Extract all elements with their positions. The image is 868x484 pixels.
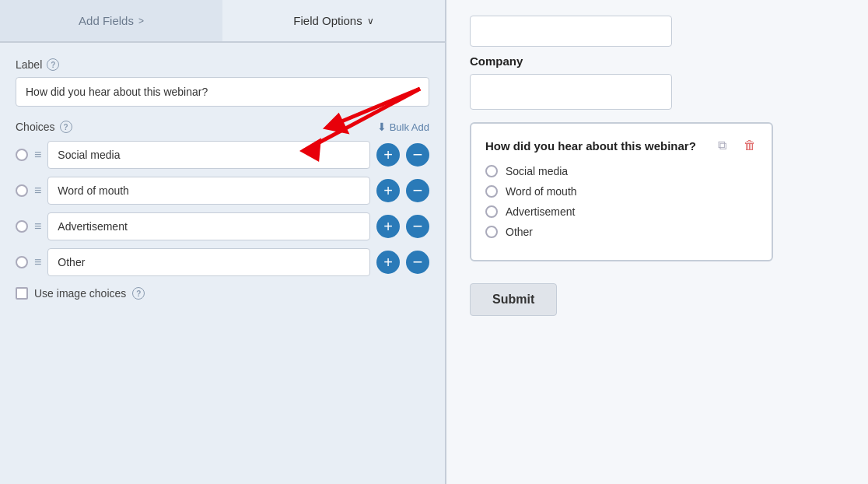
preview-option-4: Other [485,226,758,238]
choice-radio-2[interactable] [16,184,28,197]
choice-input-4[interactable] [47,248,370,276]
submit-button[interactable]: Submit [470,283,557,316]
choice-remove-btn-2[interactable]: − [406,179,429,202]
preview-label-2: Word of mouth [506,185,577,198]
bulk-add-label: Bulk Add [390,121,429,133]
company-input-top[interactable] [470,16,672,47]
choice-row-4: ≡ + − [16,248,429,276]
preview-radio-3[interactable] [485,205,498,218]
choices-label: Choices ? [16,121,72,133]
tab-field-options[interactable]: Field Options ∨ [222,0,445,41]
tab-bar: Add Fields > Field Options ∨ [0,0,445,43]
company-section: Company [470,16,845,110]
company-input[interactable] [470,74,672,110]
choice-drag-2[interactable]: ≡ [34,184,41,197]
choice-row-3: ≡ + − [16,212,429,240]
label-help-icon[interactable]: ? [47,58,59,71]
preview-option-3: Advertisement [485,205,758,218]
company-label: Company [470,54,845,68]
field-options-arrow: ∨ [367,16,374,26]
choice-add-btn-4[interactable]: + [376,251,400,274]
use-image-label: Use image choices [34,287,126,300]
add-fields-arrow: > [138,16,144,26]
preview-option-2: Word of mouth [485,185,758,198]
choices-header: Choices ? ⬇ Bulk Add [16,121,429,133]
choice-add-btn-1[interactable]: + [376,143,400,167]
choice-row-2: ≡ + − [16,177,429,205]
panel-body: Label ? Choices ? ⬇ Bulk Add ≡ + − ≡ [0,43,445,484]
preview-label-4: Other [506,226,533,238]
preview-radio-1[interactable] [485,165,498,177]
card-delete-button[interactable]: 🗑 [739,135,761,156]
question-card: ⧉ 🗑 How did you hear about this webinar?… [470,122,773,261]
choice-drag-4[interactable]: ≡ [34,256,41,268]
form-preview: Company ⧉ 🗑 How did you hear about this … [470,8,845,316]
preview-option-1: Social media [485,165,758,177]
delete-icon: 🗑 [744,139,756,153]
choice-radio-1[interactable] [16,149,28,161]
add-fields-label: Add Fields [79,14,134,27]
choice-input-2[interactable] [47,177,370,205]
choice-add-btn-3[interactable]: + [376,215,400,238]
card-copy-button[interactable]: ⧉ [711,135,733,156]
label-section-header: Label ? [16,58,429,71]
tab-add-fields[interactable]: Add Fields > [0,0,222,41]
card-actions: ⧉ 🗑 [711,135,761,156]
preview-label-3: Advertisement [506,205,575,218]
label-input[interactable] [16,77,429,107]
right-panel: Company ⧉ 🗑 How did you hear about this … [446,0,868,484]
choice-remove-btn-1[interactable]: − [406,143,429,167]
copy-icon: ⧉ [718,139,726,153]
choices-title: Choices [16,121,55,133]
choice-remove-btn-3[interactable]: − [406,215,429,238]
field-options-label: Field Options [293,14,362,27]
choice-radio-3[interactable] [16,220,28,233]
image-choices-checkbox[interactable] [16,287,28,300]
preview-radio-4[interactable] [485,226,498,238]
preview-radio-2[interactable] [485,185,498,198]
choice-input-1[interactable] [47,141,370,169]
preview-label-1: Social media [506,165,568,177]
use-image-help-icon[interactable]: ? [132,287,145,300]
choice-drag-1[interactable]: ≡ [34,149,41,161]
choice-add-btn-2[interactable]: + [376,179,400,202]
choice-input-3[interactable] [47,212,370,240]
bulk-add-button[interactable]: ⬇ Bulk Add [377,121,429,133]
choice-drag-3[interactable]: ≡ [34,220,41,233]
left-panel: Add Fields > Field Options ∨ Label ? Cho… [0,0,446,484]
bulk-add-icon: ⬇ [377,121,387,133]
choice-radio-4[interactable] [16,256,28,268]
choice-remove-btn-4[interactable]: − [406,251,429,274]
choices-help-icon[interactable]: ? [60,121,72,133]
use-image-row: Use image choices ? [16,287,429,300]
label-section-title: Label [16,58,42,71]
choice-row-1: ≡ + − [16,141,429,169]
